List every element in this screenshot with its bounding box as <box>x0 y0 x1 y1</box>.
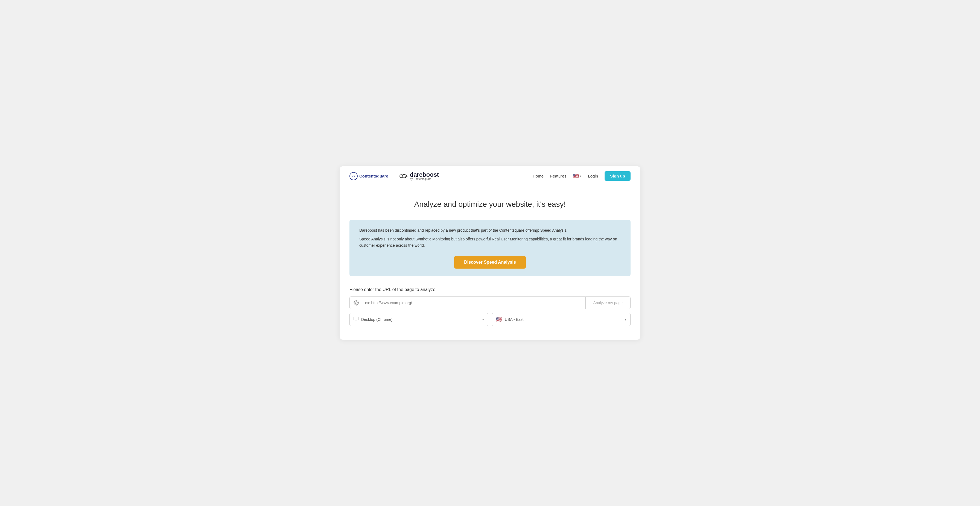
banner-line2: Speed Analysis is not only about Synthet… <box>359 236 621 248</box>
svg-point-1 <box>353 175 355 177</box>
svg-rect-10 <box>354 317 358 320</box>
analyze-button[interactable]: Analyze my page <box>585 297 630 309</box>
svg-point-4 <box>354 301 358 305</box>
dareboost-text: dareboost by Contentsquare <box>410 172 439 180</box>
dareboost-name: dareboost <box>410 172 439 178</box>
flag-icon: 🇺🇸 <box>573 173 579 179</box>
svg-point-3 <box>405 176 407 177</box>
logo-divider <box>394 171 394 181</box>
nav-features-link[interactable]: Features <box>550 174 566 178</box>
device-chevron-icon: ▾ <box>482 318 484 321</box>
svg-point-5 <box>355 302 357 304</box>
dareboost-icon <box>399 173 408 179</box>
language-selector[interactable]: 🇺🇸 ▾ <box>573 173 581 179</box>
banner-line1: Dareboost has been discontinued and repl… <box>359 227 621 233</box>
page-title: Analyze and optimize your website, it's … <box>350 200 630 209</box>
device-dropdown[interactable]: Desktop (Chrome) ▾ <box>350 313 488 326</box>
discover-speed-analysis-button[interactable]: Discover Speed Analysis <box>454 256 526 269</box>
contentsquare-label: Contentsquare <box>359 174 388 178</box>
nav-home-link[interactable]: Home <box>533 174 544 178</box>
navbar-right: Home Features 🇺🇸 ▾ Login Sign up <box>533 171 630 181</box>
location-flag-icon: 🇺🇸 <box>496 317 502 323</box>
dareboost-sub: by Contentsquare <box>410 178 439 180</box>
desktop-icon <box>353 317 358 322</box>
contentsquare-logo[interactable]: Contentsquare <box>350 172 388 180</box>
contentsquare-icon <box>350 172 358 180</box>
location-dropdown[interactable]: 🇺🇸 USA - East ▾ <box>492 313 630 326</box>
target-icon <box>353 300 359 306</box>
dareboost-logo: dareboost by Contentsquare <box>399 172 439 180</box>
discover-btn-wrapper: Discover Speed Analysis <box>359 256 621 269</box>
info-banner: Dareboost has been discontinued and repl… <box>350 220 630 276</box>
login-button[interactable]: Login <box>588 174 598 178</box>
url-section-label: Please enter the URL of the page to anal… <box>350 287 630 292</box>
main-content: Analyze and optimize your website, it's … <box>340 186 640 340</box>
location-chevron-icon: ▾ <box>625 318 627 321</box>
lang-chevron-icon: ▾ <box>580 175 581 178</box>
navbar-left: Contentsquare dareboost by Contentsquare <box>350 171 439 181</box>
location-label: USA - East <box>505 317 622 321</box>
url-input[interactable] <box>363 297 585 309</box>
navbar: Contentsquare dareboost by Contentsquare… <box>340 166 640 186</box>
svg-point-2 <box>400 175 403 178</box>
dropdowns-row: Desktop (Chrome) ▾ 🇺🇸 USA - East ▾ <box>350 313 630 326</box>
signup-button[interactable]: Sign up <box>605 171 630 181</box>
url-input-row: Analyze my page <box>350 296 630 309</box>
target-icon-wrapper <box>350 297 363 309</box>
device-label: Desktop (Chrome) <box>361 317 480 321</box>
main-card: Contentsquare dareboost by Contentsquare… <box>340 166 640 340</box>
